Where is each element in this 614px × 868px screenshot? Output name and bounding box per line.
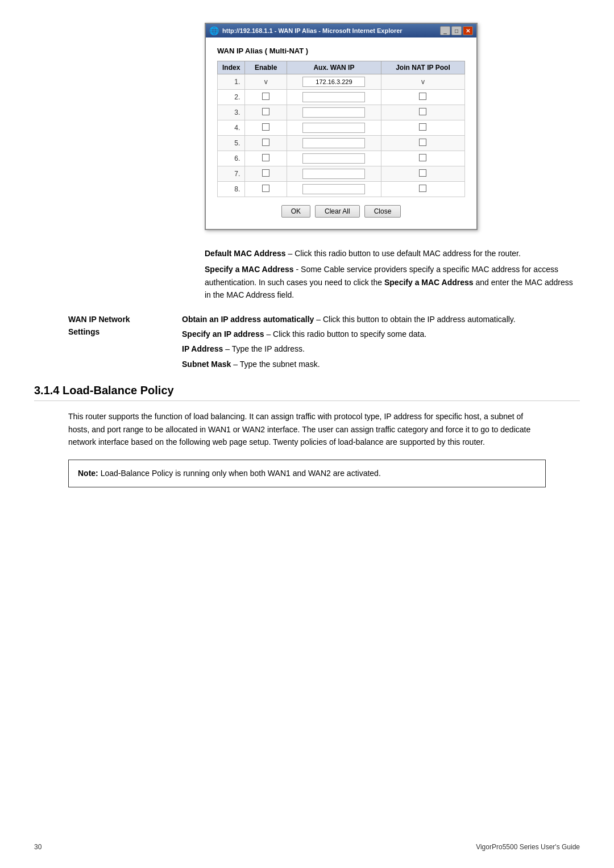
cell-enable[interactable] [245, 166, 287, 182]
minimize-button[interactable]: _ [440, 26, 450, 35]
browser-titlebar: 🌐 http://192.168.1.1 - WAN IP Alias - Mi… [206, 24, 476, 37]
aux-wan-ip-input[interactable] [302, 138, 365, 148]
cell-aux-ip[interactable] [287, 136, 381, 151]
checkbox[interactable] [262, 185, 269, 192]
cell-join-nat[interactable] [381, 166, 464, 182]
cell-enable[interactable] [245, 90, 287, 105]
cell-aux-ip[interactable] [287, 120, 381, 136]
aux-wan-ip-input[interactable] [302, 92, 365, 102]
note-box: Note: Load-Balance Policy is running onl… [68, 460, 546, 487]
default-mac-text: – Click this radio button to use default… [288, 249, 521, 258]
cell-join-nat[interactable] [381, 105, 464, 120]
restore-button[interactable]: □ [451, 26, 462, 35]
checkbox[interactable] [262, 123, 269, 131]
section-body: This router supports the function of loa… [68, 410, 546, 448]
browser-dialog: 🌐 http://192.168.1.1 - WAN IP Alias - Mi… [205, 23, 478, 230]
obtain-ip-text: – Click this button to obtain the IP add… [316, 315, 515, 324]
browser-content: WAN IP Alias ( Multi-NAT ) Index Enable … [206, 37, 476, 229]
ip-address-text: – Type the IP address. [225, 344, 305, 353]
cell-enable[interactable] [245, 182, 287, 197]
table-row: 3. [218, 105, 465, 120]
cell-enable[interactable] [245, 120, 287, 136]
close-button[interactable]: Close [364, 205, 401, 218]
subnet-mask-para: Subnet Mask – Type the subnet mask. [182, 358, 580, 370]
footer-page-number: 30 [34, 843, 42, 851]
cell-index: 1. [218, 74, 245, 90]
table-row: 8. [218, 182, 465, 197]
table-row: 5. [218, 136, 465, 151]
cell-aux-ip[interactable] [287, 105, 381, 120]
join-checkbox[interactable] [419, 108, 426, 115]
cell-index: 7. [218, 166, 245, 182]
page: 🌐 http://192.168.1.1 - WAN IP Alias - Mi… [0, 0, 614, 868]
default-mac-para: Default MAC Address – Click this radio b… [205, 247, 580, 260]
default-mac-label: Default MAC Address [205, 249, 286, 258]
join-checkbox[interactable] [419, 123, 426, 131]
ok-button[interactable]: OK [281, 205, 310, 218]
cell-join-nat[interactable] [381, 151, 464, 166]
cell-enable[interactable]: v [245, 74, 287, 90]
cell-aux-ip[interactable] [287, 151, 381, 166]
wan-ip-table: Index Enable Aux. WAN IP Join NAT IP Poo… [217, 61, 465, 197]
table-row: 7. [218, 166, 465, 182]
aux-wan-ip-input[interactable] [302, 123, 365, 133]
checkmark: v [264, 78, 268, 86]
cell-index: 2. [218, 90, 245, 105]
cell-aux-ip[interactable] [287, 182, 381, 197]
table-row: 4. [218, 120, 465, 136]
join-checkbox[interactable] [419, 93, 426, 100]
aux-wan-ip-input[interactable] [302, 169, 365, 179]
wan-ip-label: WAN IP NetworkSettings [68, 313, 182, 373]
join-checkbox[interactable] [419, 185, 426, 192]
checkbox[interactable] [262, 154, 269, 161]
note-text: Load-Balance Policy is running only when… [101, 469, 381, 478]
join-checkbox[interactable] [419, 169, 426, 177]
checkbox[interactable] [262, 93, 269, 100]
cell-aux-ip[interactable] [287, 74, 381, 90]
join-checkmark: v [421, 78, 425, 86]
cell-join-nat[interactable] [381, 182, 464, 197]
cell-aux-ip[interactable] [287, 166, 381, 182]
specify-ip-text: – Click this radio button to specify som… [266, 329, 426, 339]
col-enable: Enable [245, 61, 287, 74]
ie-icon: 🌐 [209, 26, 219, 35]
cell-join-nat[interactable]: v [381, 74, 464, 90]
checkbox[interactable] [262, 108, 269, 115]
table-row: 1.vv [218, 74, 465, 90]
specify-ip-para: Specify an IP address – Click this radio… [182, 328, 580, 340]
aux-wan-ip-input[interactable] [302, 153, 365, 164]
cell-join-nat[interactable] [381, 136, 464, 151]
wan-ip-content: Obtain an IP address automatically – Cli… [182, 313, 580, 373]
browser-title: http://192.168.1.1 - WAN IP Alias - Micr… [222, 27, 403, 34]
cell-aux-ip[interactable] [287, 90, 381, 105]
aux-wan-ip-input[interactable] [302, 184, 365, 194]
checkbox[interactable] [262, 169, 269, 177]
obtain-ip-para: Obtain an IP address automatically – Cli… [182, 313, 580, 326]
titlebar-left: 🌐 http://192.168.1.1 - WAN IP Alias - Mi… [209, 26, 403, 35]
join-checkbox[interactable] [419, 154, 426, 161]
specify-mac-label: Specify a MAC Address [205, 265, 294, 274]
table-row: 6. [218, 151, 465, 166]
cell-index: 8. [218, 182, 245, 197]
note-label: Note: [78, 469, 98, 478]
subnet-mask-text: – Type the subnet mask. [233, 360, 320, 369]
join-checkbox[interactable] [419, 139, 426, 146]
default-mac-section: Default MAC Address – Click this radio b… [205, 247, 580, 302]
cell-index: 5. [218, 136, 245, 151]
cell-index: 4. [218, 120, 245, 136]
cell-enable[interactable] [245, 105, 287, 120]
close-window-button[interactable]: ✕ [463, 26, 473, 35]
clear-all-button[interactable]: Clear All [315, 205, 360, 218]
checkbox[interactable] [262, 139, 269, 146]
cell-enable[interactable] [245, 151, 287, 166]
aux-wan-ip-input[interactable] [302, 77, 365, 87]
cell-join-nat[interactable] [381, 120, 464, 136]
aux-wan-ip-input[interactable] [302, 107, 365, 118]
footer-guide-title: VigorPro5500 Series User's Guide [476, 843, 580, 851]
cell-enable[interactable] [245, 136, 287, 151]
section-heading: 3.1.4 Load-Balance Policy [34, 384, 580, 401]
page-footer: 30 VigorPro5500 Series User's Guide [34, 843, 580, 851]
dialog-title: WAN IP Alias ( Multi-NAT ) [217, 47, 465, 55]
wan-ip-network-section: WAN IP NetworkSettings Obtain an IP addr… [34, 313, 580, 373]
cell-join-nat[interactable] [381, 90, 464, 105]
